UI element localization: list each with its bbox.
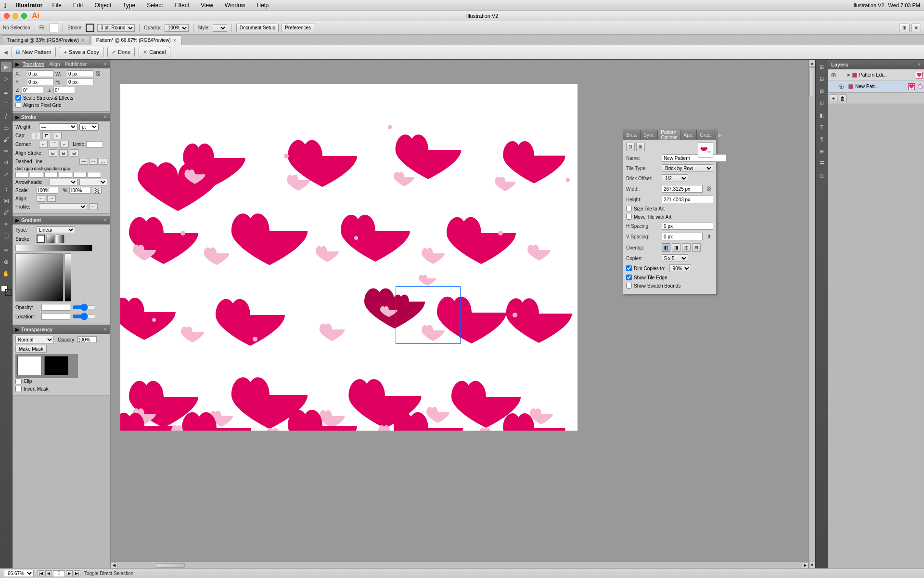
- gradient-stroke-btn2[interactable]: [46, 235, 55, 243]
- last-page-btn[interactable]: ▶|: [74, 570, 80, 577]
- tab-transform[interactable]: Transform: [21, 62, 46, 67]
- pp-tab-app[interactable]: App.: [681, 130, 697, 140]
- save-copy-btn[interactable]: + Save a Copy: [60, 47, 103, 57]
- right-tool-1[interactable]: ⊞: [817, 62, 827, 72]
- pp-overlap-btn3[interactable]: ◫: [682, 243, 691, 252]
- apple-menu[interactable]: : [4, 1, 6, 9]
- right-tool-2[interactable]: ⊟: [817, 74, 827, 84]
- layer-expand-1[interactable]: ▶: [847, 73, 850, 77]
- blend-mode-select[interactable]: Normal: [15, 336, 54, 343]
- type-tool[interactable]: T: [1, 100, 12, 110]
- align-pixel-check[interactable]: [15, 102, 21, 108]
- scale-link-btn[interactable]: ⛓: [93, 187, 102, 194]
- pen-tool[interactable]: ✒: [1, 88, 12, 99]
- profile-select[interactable]: [39, 203, 87, 210]
- stroke-swatch[interactable]: [86, 24, 94, 32]
- scale-tool[interactable]: ⤢: [1, 169, 12, 180]
- blend-tool[interactable]: ⋈: [1, 196, 12, 206]
- right-tool-7[interactable]: ¶: [817, 134, 827, 144]
- pp-brick-offset-select[interactable]: 1/2 1/3 1/4: [662, 174, 688, 182]
- next-page-btn[interactable]: ▶: [66, 570, 73, 577]
- opacity-input-t[interactable]: [77, 336, 97, 343]
- dash-input3[interactable]: [73, 172, 87, 178]
- done-btn[interactable]: ✓ Done: [107, 47, 135, 57]
- stroke-header[interactable]: ▶ Stroke ✕: [13, 113, 110, 121]
- pp-size-tile-check[interactable]: [626, 206, 632, 211]
- gradient-location-input[interactable]: [41, 313, 70, 320]
- pp-show-tile-edge-check[interactable]: [626, 275, 632, 280]
- arrowhead-end[interactable]: [79, 179, 107, 185]
- pp-tab-grap[interactable]: Grap.: [697, 130, 715, 140]
- menu-effect[interactable]: Effect: [173, 1, 191, 10]
- style-dropdown[interactable]: [213, 24, 227, 32]
- rotate-tool[interactable]: ↺: [1, 158, 12, 168]
- zoom-select[interactable]: 66.67% 33% 100%: [4, 570, 34, 577]
- right-tool-10[interactable]: ◫: [817, 170, 827, 181]
- pp-dim-value-select[interactable]: 90% 80% 70% 50%: [669, 264, 691, 272]
- gap-input1[interactable]: [30, 172, 43, 178]
- new-pattern-btn[interactable]: ⊞ New Pattern: [12, 47, 56, 57]
- canvas-area[interactable]: .h-deep { fill: #e00060; } .h-pink { fil…: [111, 60, 815, 568]
- stroke-width-dropdown[interactable]: 3 pt. Round: [97, 24, 135, 32]
- corner-btn2[interactable]: ⌒: [50, 141, 58, 148]
- gap-input3[interactable]: [88, 172, 101, 178]
- dash-input1[interactable]: [15, 172, 29, 178]
- tab-align[interactable]: Align: [48, 62, 61, 67]
- pp-name-input[interactable]: [662, 154, 727, 162]
- pp-tab-sym[interactable]: Sym.: [641, 130, 658, 140]
- select-tool[interactable]: ▶: [1, 62, 12, 72]
- gradient-brightness-bar[interactable]: [64, 253, 71, 302]
- h-input[interactable]: [67, 79, 93, 85]
- pp-width-input[interactable]: [662, 185, 703, 193]
- pp-overlap-btn2[interactable]: ◨: [672, 243, 680, 252]
- pp-dim-copies-check[interactable]: [626, 265, 632, 271]
- dashed-btn3[interactable]: …: [99, 158, 107, 165]
- gradient-opacity-slider[interactable]: [72, 303, 96, 311]
- first-page-btn[interactable]: |◀: [38, 570, 44, 577]
- layers-close[interactable]: ✕: [917, 62, 921, 67]
- angle-input[interactable]: [22, 87, 43, 93]
- arrowhead-start[interactable]: [50, 179, 77, 185]
- layer-item-1[interactable]: ▶ Pattern Edi...: [828, 69, 924, 81]
- w-input[interactable]: [67, 70, 93, 77]
- layer-eye-1[interactable]: [830, 72, 837, 79]
- gradient-opacity-input[interactable]: [41, 304, 70, 311]
- gradient-bar[interactable]: [15, 245, 92, 251]
- weight-unit-select[interactable]: pt: [79, 123, 99, 131]
- tab-pattern-close[interactable]: ✕: [173, 38, 177, 43]
- cap-btn2[interactable]: ⊏: [42, 132, 51, 139]
- menu-help[interactable]: Help: [255, 1, 271, 10]
- app-name[interactable]: Illustrator: [16, 2, 42, 9]
- corner-btn3[interactable]: ⌐: [60, 141, 69, 148]
- transparency-header[interactable]: ▶ Transparency ✕: [13, 325, 110, 334]
- dash-input2[interactable]: [44, 172, 58, 178]
- profile-flip-btn[interactable]: ↔: [89, 203, 98, 210]
- page-input[interactable]: [53, 570, 65, 577]
- panel-close-icon[interactable]: ✕: [103, 62, 107, 66]
- weight-select[interactable]: —: [39, 123, 77, 131]
- pp-height-input[interactable]: [662, 196, 713, 203]
- direct-select-tool[interactable]: ▷: [1, 73, 12, 84]
- eyedropper-tool[interactable]: 🖉: [1, 207, 12, 218]
- gradient-tool[interactable]: ◫: [1, 230, 12, 241]
- gradient-location-slider[interactable]: [72, 313, 96, 320]
- pp-more-btn[interactable]: ▶: [715, 130, 725, 140]
- menu-object[interactable]: Object: [93, 1, 114, 10]
- gradient-close[interactable]: ✕: [103, 218, 107, 223]
- new-layer-btn[interactable]: +: [830, 94, 837, 102]
- tab-pattern[interactable]: Pattern* @ 66.67% (RGB/Preview) ✕: [91, 35, 182, 45]
- cap-btn3[interactable]: ○: [53, 132, 62, 139]
- right-tool-5[interactable]: ◧: [817, 110, 827, 120]
- prev-page-btn[interactable]: ◀: [45, 570, 52, 577]
- limit-input[interactable]: [86, 141, 103, 148]
- transform-header[interactable]: ▶ Transform Align Pathfinder ✕: [13, 60, 110, 68]
- pp-link-icon[interactable]: ⛓: [705, 184, 713, 193]
- pp-v-spacing-input[interactable]: [662, 233, 703, 240]
- horizontal-scrollbar[interactable]: ◀ ▶: [111, 562, 808, 568]
- right-tool-4[interactable]: ⊡: [817, 98, 827, 108]
- fill-swatch[interactable]: [50, 24, 58, 32]
- document-setup-btn[interactable]: Document Setup: [236, 24, 279, 32]
- scale-input2[interactable]: [69, 187, 91, 194]
- h-scroll-thumb[interactable]: [156, 563, 185, 568]
- pencil-tool[interactable]: ✏: [1, 146, 12, 157]
